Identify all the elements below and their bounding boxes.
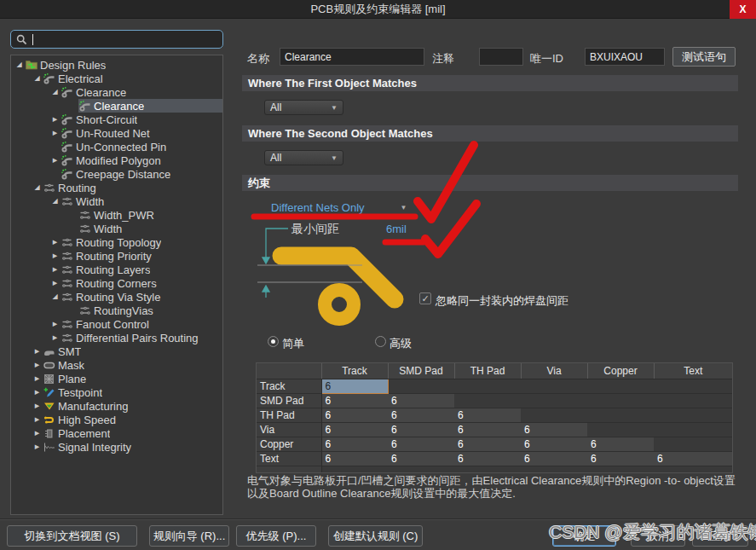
matrix-cell[interactable]: 6	[388, 393, 454, 408]
expand-arrow-icon[interactable]	[32, 72, 43, 85]
tree-item-body[interactable]: Signal Integrity	[43, 440, 222, 454]
ignore-same-footprint-checkbox[interactable]: ✓	[419, 292, 431, 304]
matrix-cell[interactable]: 6	[388, 437, 454, 451]
tree-item-body[interactable]: SMT	[43, 344, 222, 358]
tree-item-body[interactable]: Width_PWR	[78, 208, 222, 222]
tree-item-body[interactable]: Mask	[43, 358, 222, 372]
expand-arrow-icon[interactable]	[32, 181, 43, 194]
tree-item-body[interactable]: Short-Circuit	[61, 113, 222, 126]
tree-item-un-routed-net[interactable]: Un-Routed Net	[11, 126, 222, 140]
tree-item-body[interactable]: Testpoint	[43, 385, 222, 399]
tree-item-routing-priority[interactable]: Routing Priority	[11, 249, 222, 263]
apply-button[interactable]: 应用	[692, 525, 748, 547]
priorities-button[interactable]: 优先级 (P)...	[236, 525, 316, 547]
matrix-cell[interactable]: 6	[321, 451, 388, 466]
tree-item-short-circuit[interactable]: Short-Circuit	[11, 113, 222, 126]
expand-arrow-icon[interactable]	[49, 275, 61, 291]
tree-item-body[interactable]: Width	[61, 194, 222, 208]
tree-item-differential-pairs-routing[interactable]: Differential Pairs Routing	[11, 331, 222, 344]
tree-item-manufacturing[interactable]: Manufacturing	[11, 399, 222, 413]
tree-item-body[interactable]: Routing Topology	[61, 235, 222, 249]
search-input[interactable]	[33, 33, 217, 45]
rule-search-box[interactable]	[10, 30, 223, 49]
simple-radio[interactable]	[268, 336, 279, 347]
tree-item-body[interactable]: Un-Connected Pin	[61, 140, 222, 153]
tree-item-routing-layers[interactable]: Routing Layers	[11, 263, 222, 276]
matrix-cell[interactable]: 6	[388, 422, 454, 437]
tree-item-body[interactable]: Design Rules	[25, 58, 222, 72]
tree-item-design-rules[interactable]: Design Rules	[11, 58, 222, 72]
tree-item-electrical[interactable]: Electrical	[11, 72, 222, 85]
matrix-cell[interactable]: 6	[321, 379, 388, 393]
unique-id-input[interactable]	[585, 48, 665, 66]
matrix-cell[interactable]: 6	[521, 451, 587, 466]
tree-item-plane[interactable]: Plane	[11, 372, 222, 385]
tree-item-width[interactable]: Width	[11, 222, 222, 235]
tree-item-routing[interactable]: Routing	[11, 181, 222, 194]
tree-item-body[interactable]: Placement	[43, 426, 222, 440]
matrix-cell[interactable]: 6	[654, 451, 732, 466]
tree-item-body[interactable]: Routing Via Style	[61, 290, 222, 304]
expand-arrow-icon[interactable]	[14, 58, 25, 72]
tree-item-routing-corners[interactable]: Routing Corners	[11, 276, 222, 290]
tree-item-modified-polygon[interactable]: Modified Polygon	[11, 153, 222, 167]
matrix-cell[interactable]: 6	[321, 408, 388, 422]
tree-item-placement[interactable]: Placement	[11, 426, 222, 440]
clearance-matrix[interactable]: TrackSMD PadTH PadViaCopperText Track6SM…	[256, 362, 733, 473]
advanced-radio[interactable]	[375, 336, 386, 347]
tree-item-clearance[interactable]: Clearance	[11, 99, 222, 113]
expand-arrow-icon[interactable]	[49, 330, 61, 345]
tree-item-body[interactable]: Routing Layers	[61, 263, 222, 276]
matrix-cell[interactable]: 6	[587, 437, 654, 451]
tree-item-body[interactable]: Creepage Distance	[61, 167, 222, 181]
tree-item-body[interactable]: Routing Corners	[61, 276, 222, 290]
tree-item-body[interactable]: Un-Routed Net	[61, 126, 222, 140]
tree-item-un-connected-pin[interactable]: Un-Connected Pin	[11, 140, 222, 153]
tree-item-width-pwr[interactable]: Width_PWR	[11, 208, 222, 222]
rule-wizard-button[interactable]: 规则向导 (R)...	[149, 525, 229, 547]
tree-item-clearance[interactable]: Clearance	[11, 85, 222, 99]
tree-item-body[interactable]: High Speed	[43, 413, 222, 426]
matrix-cell[interactable]: 6	[521, 422, 587, 437]
matrix-cell[interactable]: 6	[587, 451, 654, 466]
tree-item-width[interactable]: Width	[11, 194, 222, 208]
tree-item-body[interactable]: Modified Polygon	[61, 153, 222, 167]
tree-item-testpoint[interactable]: Testpoint	[11, 385, 222, 399]
tree-item-body[interactable]: Differential Pairs Routing	[61, 331, 222, 344]
tree-item-body[interactable]: Plane	[43, 372, 222, 385]
tree-item-body[interactable]: Width	[78, 222, 222, 235]
tree-item-routing-via-style[interactable]: Routing Via Style	[11, 290, 222, 304]
ok-button[interactable]: 确定	[552, 525, 616, 547]
tree-item-body[interactable]: Routing Priority	[61, 249, 222, 263]
tree-item-fanout-control[interactable]: Fanout Control	[11, 317, 222, 331]
comment-input[interactable]	[479, 48, 523, 66]
matrix-cell[interactable]: 6	[321, 422, 388, 437]
close-button[interactable]: X	[730, 0, 756, 19]
expand-arrow-icon[interactable]	[49, 85, 61, 99]
matrix-cell[interactable]: 6	[521, 437, 587, 451]
matrix-cell[interactable]: 6	[388, 408, 454, 422]
tree-item-body[interactable]: RoutingVias	[78, 304, 222, 317]
rules-tree[interactable]: Design RulesElectricalClearanceClearance…	[10, 55, 223, 515]
expand-arrow-icon[interactable]	[49, 290, 61, 304]
tree-item-body[interactable]: Clearance	[78, 99, 222, 113]
tree-item-smt[interactable]: SMT	[11, 344, 222, 358]
tree-item-body[interactable]: Clearance	[61, 85, 222, 99]
tree-item-signal-integrity[interactable]: Signal Integrity	[11, 440, 222, 454]
create-default-rule-button[interactable]: 创建默认规则 (C)	[328, 525, 423, 547]
tree-item-body[interactable]: Manufacturing	[43, 399, 222, 413]
matrix-cell[interactable]: 6	[454, 408, 521, 422]
switch-doc-view-button[interactable]: 切换到文档视图 (S)	[7, 525, 137, 547]
tree-item-routing-topology[interactable]: Routing Topology	[11, 235, 222, 249]
tree-item-body[interactable]: Routing	[43, 181, 222, 194]
tree-item-creepage-distance[interactable]: Creepage Distance	[11, 167, 222, 181]
cancel-button[interactable]: 取消	[631, 525, 685, 547]
matrix-cell[interactable]: 6	[321, 393, 388, 408]
matrix-cell[interactable]: 6	[388, 451, 454, 466]
net-scope-dropdown[interactable]: Different Nets Only ▼	[271, 200, 407, 215]
tree-item-mask[interactable]: Mask	[11, 358, 222, 372]
matrix-cell[interactable]: 6	[454, 437, 521, 451]
expand-arrow-icon[interactable]	[32, 439, 43, 454]
matrix-cell[interactable]: 6	[454, 451, 521, 466]
min-clearance-value[interactable]: 6mil	[386, 223, 407, 235]
